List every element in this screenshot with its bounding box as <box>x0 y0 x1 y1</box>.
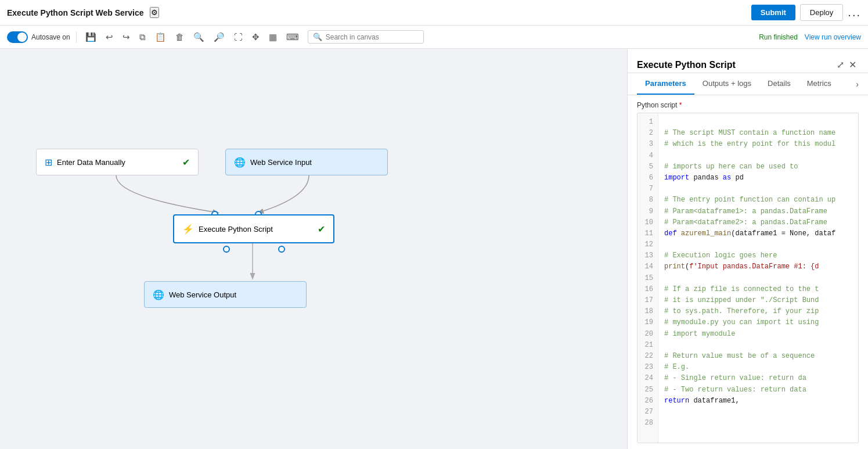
delete-button[interactable]: 🗑 <box>172 30 187 44</box>
svg-point-3 <box>279 246 284 252</box>
gear-icon: ⚙ <box>151 8 158 17</box>
copy-button[interactable]: 📋 <box>152 30 169 44</box>
save-button[interactable]: 💾 <box>82 30 99 44</box>
undo-button[interactable]: ↩ <box>103 30 116 44</box>
tab-details[interactable]: Details <box>759 73 799 95</box>
canvas[interactable]: ⊞ Enter Data Manually ✔ 🌐 Web Service In… <box>0 49 627 449</box>
autosave-toggle[interactable] <box>7 31 28 43</box>
zoom-out-button[interactable]: 🔍 <box>190 30 207 44</box>
execute-python-icon: ⚡ <box>182 224 194 235</box>
code-button[interactable]: ⌨ <box>283 30 302 44</box>
gear-button[interactable]: ⚙ <box>150 7 159 18</box>
right-panel: Execute Python Script ⤢ ✕ Parameters Out… <box>627 49 868 449</box>
web-service-input-node[interactable]: 🌐 Web Service Input <box>225 149 388 175</box>
code-editor[interactable]: 1 2 3 4 5 6 7 8 9 10 11 12 13 14 15 16 1 <box>637 113 859 443</box>
autosave-label: Autosave on <box>31 33 70 41</box>
web-service-input-label: Web Service Input <box>250 158 312 167</box>
web-service-input-icon: 🌐 <box>234 157 246 168</box>
execute-python-label: Execute Python Script <box>199 225 273 234</box>
canvas-connections <box>0 49 627 449</box>
deploy-button[interactable]: Deploy <box>800 4 843 21</box>
web-service-output-icon: 🌐 <box>153 289 164 300</box>
execute-python-check: ✔ <box>318 224 325 235</box>
code-content: # The script MUST contain a function nam… <box>658 113 841 443</box>
fit-button[interactable]: ⛶ <box>231 30 246 44</box>
panel-tabs: Parameters Outputs + logs Details Metric… <box>628 73 868 95</box>
web-service-output-label: Web Service Output <box>169 290 236 299</box>
zoom-in-button[interactable]: 🔎 <box>211 30 228 44</box>
search-icon: 🔍 <box>313 33 322 41</box>
pan-button[interactable]: ✥ <box>249 30 262 44</box>
run-status: Run finished <box>759 33 798 41</box>
execute-python-node[interactable]: ⚡ Execute Python Script ✔ <box>173 214 334 243</box>
panel-close-button[interactable]: ✕ <box>847 57 859 73</box>
more-options-button[interactable]: ... <box>848 6 861 19</box>
tab-parameters[interactable]: Parameters <box>637 73 694 95</box>
tab-metrics[interactable]: Metrics <box>799 73 840 95</box>
search-input[interactable] <box>326 33 419 41</box>
toolbar-separator <box>76 31 77 43</box>
app-title: Execute Python Script Web Service <box>7 8 144 17</box>
enter-data-label: Enter Data Manually <box>57 158 125 167</box>
script-label: Python script * <box>628 95 868 113</box>
redo-button[interactable]: ↪ <box>120 30 133 44</box>
panel-title: Execute Python Script <box>637 60 834 70</box>
web-service-output-node[interactable]: 🌐 Web Service Output <box>144 281 307 308</box>
line-numbers: 1 2 3 4 5 6 7 8 9 10 11 12 13 14 15 16 1 <box>638 113 658 443</box>
svg-point-2 <box>224 246 229 252</box>
enter-data-icon: ⊞ <box>45 157 52 168</box>
submit-button[interactable]: Submit <box>751 5 795 20</box>
panel-expand-button[interactable]: ⤢ <box>834 57 847 73</box>
panel-tab-arrow[interactable]: › <box>856 73 859 95</box>
clone-button[interactable]: ⧉ <box>136 30 149 44</box>
layout-button[interactable]: ▦ <box>266 30 280 44</box>
enter-data-node[interactable]: ⊞ Enter Data Manually ✔ <box>36 149 199 175</box>
tab-outputs-logs[interactable]: Outputs + logs <box>694 73 759 95</box>
view-run-link[interactable]: View run overview <box>805 33 861 41</box>
required-marker: * <box>679 101 682 109</box>
enter-data-check: ✔ <box>182 157 190 168</box>
